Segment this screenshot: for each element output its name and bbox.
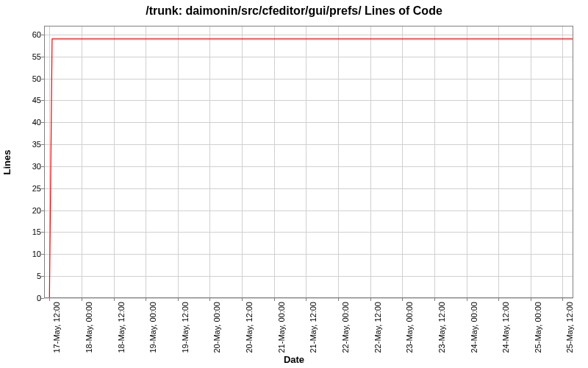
y-tick-label: 35: [12, 140, 41, 149]
tick-x: [306, 298, 306, 301]
y-tick-label: 50: [12, 74, 41, 83]
y-tick-label: 55: [12, 52, 41, 61]
x-tick-label: 20-May, 12:00: [245, 302, 254, 368]
x-tick-label: 24-May, 12:00: [501, 302, 510, 368]
x-tick-label: 25-May, 00:00: [534, 302, 542, 368]
x-tick-label: 18-May, 12:00: [117, 302, 126, 368]
tick-x: [274, 298, 275, 301]
tick-x: [49, 298, 50, 301]
chart-title: /trunk: daimonin/src/cfeditor/gui/prefs/…: [0, 4, 588, 18]
x-tick-label: 22-May, 12:00: [373, 302, 382, 368]
tick-x: [114, 298, 115, 301]
x-tick-label: 21-May, 12:00: [309, 302, 318, 368]
y-tick-label: 5: [12, 272, 41, 280]
tick-y: [41, 298, 44, 299]
tick-x: [370, 298, 371, 301]
tick-x: [498, 298, 499, 301]
tick-x: [434, 298, 435, 301]
tick-x: [82, 298, 82, 301]
x-tick-label: 21-May, 00:00: [277, 302, 286, 368]
x-tick-label: 22-May, 00:00: [341, 302, 350, 368]
tick-x: [562, 298, 563, 301]
x-tick-label: 23-May, 00:00: [405, 302, 414, 368]
x-tick-label: 19-May, 00:00: [148, 302, 157, 368]
x-tick-label: 25-May, 12:00: [565, 302, 574, 368]
x-tick-label: 20-May, 00:00: [212, 302, 221, 368]
tick-x: [402, 298, 403, 301]
tick-x: [209, 298, 210, 301]
y-tick-label: 30: [12, 162, 41, 171]
loc-chart: /trunk: daimonin/src/cfeditor/gui/prefs/…: [0, 0, 588, 368]
y-tick-label: 25: [12, 184, 41, 193]
y-tick-label: 20: [12, 206, 41, 215]
y-tick-label: 60: [12, 30, 41, 39]
tick-x: [338, 298, 339, 301]
gridline-h: [44, 298, 573, 299]
y-tick-label: 0: [12, 294, 41, 302]
tick-x: [146, 298, 146, 301]
x-tick-label: 17-May, 12:00: [52, 302, 61, 368]
x-tick-label: 24-May, 00:00: [470, 302, 478, 368]
y-tick-label: 10: [12, 250, 41, 258]
tick-x: [531, 298, 531, 301]
x-tick-label: 23-May, 12:00: [437, 302, 446, 368]
tick-x: [467, 298, 467, 301]
data-series-line: [44, 26, 573, 298]
x-tick-label: 19-May, 12:00: [181, 302, 190, 368]
y-tick-label: 40: [12, 118, 41, 127]
y-tick-label: 15: [12, 227, 41, 236]
y-tick-label: 45: [12, 96, 41, 105]
tick-x: [242, 298, 243, 301]
plot-area: [44, 26, 573, 298]
x-tick-label: 18-May, 00:00: [85, 302, 93, 368]
tick-x: [178, 298, 179, 301]
